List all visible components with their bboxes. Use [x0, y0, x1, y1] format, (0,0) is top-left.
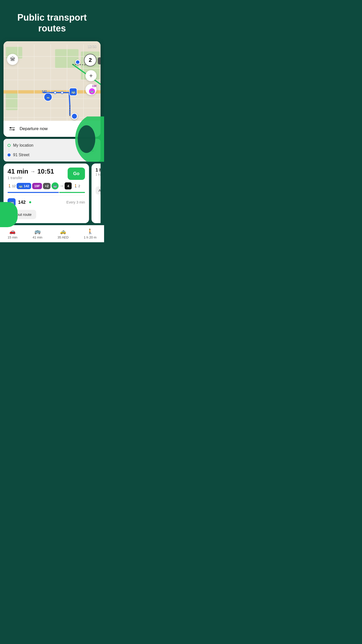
car-time: 15 min	[8, 235, 17, 239]
from-location: My location	[13, 143, 33, 148]
from-to-panel: My location 91 Street ⇅	[4, 139, 101, 162]
route-time-info: 41 min → 10:51 1 transfer	[8, 168, 54, 180]
route-end-marker	[71, 113, 78, 119]
svg-rect-16	[50, 45, 51, 124]
walk-time: 1 h 20 m	[84, 235, 97, 239]
page-title: Public transport routes	[5, 12, 99, 34]
svg-rect-12	[4, 108, 101, 108]
bus-142-marker: 🚌	[44, 93, 52, 101]
nav-bus[interactable]: 🚌 41 min	[33, 228, 42, 239]
walk-icon-2: 🚶	[74, 184, 78, 188]
to-label: 91 Street	[8, 152, 84, 158]
arrow-icon: →	[30, 169, 35, 174]
bus-number: 142	[18, 200, 26, 205]
page-header: Public transport routes	[0, 0, 104, 39]
map-card: 12:30 2 + − 🚶 🚌	[4, 41, 101, 137]
route-card-header: 41 min → 10:51 1 transfer Go	[8, 168, 85, 180]
to-location: 91 Street	[13, 153, 29, 157]
taxi-icon: 🚕	[60, 228, 66, 234]
from-dot	[8, 144, 11, 147]
taxi-price: 35 AED	[58, 235, 69, 239]
walk-distance: 🚶 12	[8, 184, 16, 188]
bus-19f-marker: 🚌	[88, 88, 96, 95]
svg-marker-27	[10, 57, 15, 59]
bus-icon-1: 🚌	[19, 184, 23, 188]
bus-time: 41 min	[33, 235, 42, 239]
route-start-marker	[75, 60, 80, 65]
bus-stop-badge-2: 19F	[32, 183, 42, 189]
second-card-about: Ab	[96, 186, 101, 194]
bus-nav-icon: 🚌	[34, 228, 41, 234]
svg-point-19	[54, 92, 56, 94]
nav-walk[interactable]: 🚶 1 h 20 m	[84, 228, 97, 239]
progress-green	[59, 192, 85, 193]
route-card-2: 1 h 1 tra Ab	[92, 164, 101, 223]
nav-car[interactable]: 🚗 15 min	[8, 228, 17, 239]
svg-rect-6	[6, 92, 18, 110]
second-card-duration: 1 h	[96, 168, 101, 173]
svg-point-31	[13, 129, 14, 130]
map-time: 12:30	[88, 44, 97, 48]
transfer-info: 1 transfer	[8, 176, 54, 180]
bottom-navigation: 🚗 15 min 🚌 41 min 🚕 35 AED 🚶 1 h 20 m	[0, 225, 104, 242]
more-stops-badge: +2	[43, 183, 51, 189]
blue-bus-marker: 🚌	[69, 88, 77, 96]
svg-rect-14	[18, 45, 18, 124]
map-layer-button[interactable]	[7, 54, 18, 65]
to-dot	[8, 153, 11, 156]
walk-icon: 🚶	[8, 184, 12, 188]
svg-rect-9	[4, 80, 101, 80]
second-card-transfers: 1 tra	[96, 173, 101, 176]
car-icon: 🚗	[9, 228, 16, 234]
svg-rect-8	[4, 68, 101, 68]
decorative-blob-left	[0, 202, 18, 227]
progress-blue	[8, 192, 59, 193]
from-label: My location	[8, 142, 84, 148]
zoom-in-button[interactable]: +	[85, 70, 97, 81]
map-background: 12:30 2 + − 🚶 🚌	[4, 41, 101, 137]
location-labels: My location 91 Street	[8, 142, 84, 158]
svg-rect-13	[4, 117, 101, 118]
bus-19f-label: 19F	[92, 85, 97, 88]
svg-rect-15	[34, 45, 34, 124]
svg-rect-11	[4, 99, 101, 99]
bus-4-badge: 4	[65, 182, 72, 189]
metro-badge: 🚌	[52, 182, 59, 189]
bus-line-row: 🚌 142 Every 3 min	[8, 195, 85, 208]
route-duration: 41 min → 10:51	[8, 168, 54, 175]
go-button[interactable]: Go	[68, 168, 85, 180]
walk-marker: 🚶	[98, 57, 101, 64]
departure-text: Departure now	[20, 126, 48, 131]
walk-nav-icon: 🚶	[87, 228, 93, 234]
bus-stop-badge-1: 🚌 142	[17, 183, 31, 189]
svg-rect-18	[83, 45, 84, 124]
route-count-badge[interactable]: 2	[84, 54, 97, 66]
svg-point-20	[61, 92, 63, 94]
walk-end: 🚶 2	[74, 184, 80, 188]
route-cards-row: 41 min → 10:51 1 transfer Go 🚶 12 🚌 142	[4, 164, 101, 223]
arrow-middle: →	[60, 184, 64, 188]
bus-142-label: 142	[42, 90, 47, 93]
departure-bar: Departure now	[4, 121, 101, 137]
svg-rect-26	[11, 60, 15, 61]
bus-frequency: Every 3 min	[66, 200, 85, 204]
route-stops: 🚶 12 🚌 142 19F +2 🚌 → 4 🚶 2	[8, 182, 85, 189]
bus-active-dot	[29, 201, 31, 203]
route-progress-bar	[8, 192, 85, 193]
svg-rect-3	[55, 49, 78, 68]
nav-taxi[interactable]: 🚕 35 AED	[58, 228, 69, 239]
connector	[9, 148, 9, 152]
svg-rect-17	[67, 45, 67, 124]
filter-icon[interactable]	[8, 124, 17, 133]
swap-locations-button[interactable]: ⇅	[87, 146, 97, 155]
